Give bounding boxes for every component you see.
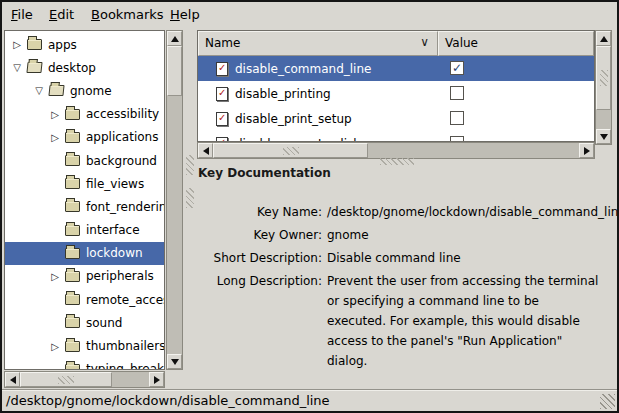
tree-item-apps[interactable]: ▷ apps (5, 33, 164, 56)
scroll-up-button[interactable] (596, 31, 611, 46)
folder-tree: ▷ apps ▽ desktop ▽ gnome ▷ accessibility… (4, 30, 165, 370)
scroll-down-button[interactable] (167, 354, 182, 369)
tree-item-label: interface (86, 223, 140, 237)
key-documentation-fields: Key Name: /desktop/gnome/lockdown/disabl… (197, 202, 601, 371)
tree-item-label: remote_access (86, 293, 165, 307)
open-folder-icon (48, 85, 64, 96)
column-header-label: Value (445, 36, 478, 50)
tree-item-typing-break[interactable]: typing_break (5, 358, 164, 370)
folder-icon (65, 317, 80, 328)
tree-item-label: typing_break (86, 362, 164, 370)
list-row-disable-command-line-selected[interactable]: ✓ disable_command_line ✓ (198, 56, 594, 81)
list-row-disable-print-setup[interactable]: ✓ disable_print_setup ✓ (198, 106, 594, 131)
folder-icon (65, 201, 80, 212)
key-name-label: disable_printing (235, 87, 331, 101)
tree-item-applications[interactable]: ▷ applications (5, 126, 164, 149)
expander-open-icon[interactable]: ▽ (29, 85, 49, 96)
short-description-field-value: Disable command line (327, 248, 599, 268)
open-folder-icon (26, 62, 42, 73)
checkmark-icon: ✓ (452, 62, 462, 74)
menu-help-label: elp (180, 7, 200, 22)
tree-item-label: thumbnailers (86, 339, 165, 353)
tree-item-label: apps (48, 38, 77, 52)
expander-collapsed-icon[interactable]: ▷ (7, 39, 27, 50)
menu-edit-mnemonic: E (49, 7, 57, 22)
right-arrow-icon (154, 376, 160, 384)
expander-collapsed-icon[interactable]: ▷ (45, 109, 65, 120)
key-name-field-value: /desktop/gnome/lockdown/disable_command_… (327, 202, 599, 222)
tree-item-accessibility[interactable]: ▷ accessibility (5, 103, 164, 126)
value-checkbox-unchecked[interactable]: ✓ (450, 111, 464, 125)
column-header-name[interactable]: Name ∨ (198, 31, 438, 56)
menu-edit[interactable]: Edit (49, 7, 74, 22)
key-check-glyph: ✓ (218, 62, 226, 73)
tree-item-file-views[interactable]: file_views (5, 172, 164, 195)
expander-collapsed-icon[interactable]: ▷ (45, 271, 65, 282)
menu-bookmarks-mnemonic: B (91, 7, 100, 22)
tree-item-peripherals[interactable]: ▷ peripherals (5, 265, 164, 288)
thumb-grip (58, 376, 74, 384)
statusbar: /desktop/gnome/lockdown/disable_command_… (2, 389, 617, 411)
scrollbar-thumb[interactable] (213, 143, 368, 158)
left-arrow-icon (10, 376, 16, 384)
scroll-left-button[interactable] (198, 143, 213, 158)
resize-grip[interactable] (600, 394, 615, 409)
folder-icon (65, 364, 80, 370)
down-arrow-icon (600, 134, 608, 140)
tree-item-remote-access[interactable]: remote_access (5, 288, 164, 311)
value-checkbox-checked[interactable]: ✓ (450, 61, 464, 75)
tree-item-label: applications (86, 130, 158, 144)
menu-edit-label: dit (57, 7, 74, 22)
expander-collapsed-icon[interactable]: ▷ (45, 341, 65, 352)
menu-file-label: ile (18, 7, 33, 22)
key-name-label: disable_command_line (235, 62, 371, 76)
scroll-right-button[interactable] (579, 143, 594, 158)
menu-help-mnemonic: H (170, 7, 180, 22)
tree-item-gnome[interactable]: ▽ gnome (5, 79, 164, 102)
tree-vertical-scrollbar[interactable] (166, 30, 183, 370)
long-description-field-value: Prevent the user from accessing the term… (327, 271, 599, 371)
scroll-down-button[interactable] (596, 129, 611, 144)
tree-item-lockdown-selected[interactable]: lockdown (5, 242, 164, 265)
expander-collapsed-icon[interactable]: ▷ (45, 132, 65, 143)
key-check-glyph: ✓ (218, 112, 226, 123)
vertical-splitter[interactable] (183, 30, 197, 389)
tree-item-sound[interactable]: sound (5, 311, 164, 334)
tree-item-thumbnailers[interactable]: ▷ thumbnailers (5, 334, 164, 357)
list-horizontal-scrollbar[interactable] (197, 142, 595, 159)
list-row-disable-save-to-disk[interactable]: ✓ disable_save_to_disk ✓ (198, 131, 594, 142)
horizontal-splitter[interactable] (380, 158, 414, 165)
tree-item-label: sound (86, 316, 122, 330)
folder-icon (65, 132, 80, 143)
scroll-right-button[interactable] (149, 372, 164, 387)
list-vertical-scrollbar[interactable] (595, 30, 612, 145)
menu-help[interactable]: Help (170, 7, 200, 22)
key-list: Name ∨ Value ✓ disable_command_line ✓ ✓ … (197, 30, 595, 142)
long-description-field-label: Long Description: (197, 271, 327, 371)
tree-horizontal-scrollbar[interactable] (4, 371, 165, 388)
scrollbar-thumb[interactable] (20, 372, 112, 387)
scrollbar-thumb[interactable] (167, 46, 182, 96)
scrollbar-thumb[interactable] (596, 46, 611, 110)
tree-item-label: file_views (86, 177, 144, 191)
sort-indicator-icon[interactable]: ∨ (420, 35, 429, 49)
tree-item-label: accessibility (86, 107, 159, 121)
menu-bookmarks[interactable]: Bookmarks (91, 7, 164, 22)
tree-item-interface[interactable]: interface (5, 219, 164, 242)
scroll-left-button[interactable] (5, 372, 20, 387)
tree-item-desktop[interactable]: ▽ desktop (5, 56, 164, 79)
value-checkbox-unchecked[interactable]: ✓ (450, 86, 464, 100)
key-owner-field-label: Key Owner: (197, 225, 327, 245)
boolean-key-icon: ✓ (216, 112, 228, 126)
list-row-disable-printing[interactable]: ✓ disable_printing ✓ (198, 81, 594, 106)
tree-item-font-rendering[interactable]: font_rendering (5, 195, 164, 218)
scroll-up-button[interactable] (167, 31, 182, 46)
expander-open-icon[interactable]: ▽ (7, 62, 27, 73)
folder-icon (65, 248, 80, 259)
column-header-value[interactable]: Value (438, 31, 594, 56)
tree-item-background[interactable]: background (5, 149, 164, 172)
key-name-label: disable_print_setup (235, 112, 352, 126)
menu-file[interactable]: File (11, 7, 33, 22)
key-owner-field-value: gnome (327, 225, 599, 245)
tree-item-label: font_rendering (86, 200, 165, 214)
